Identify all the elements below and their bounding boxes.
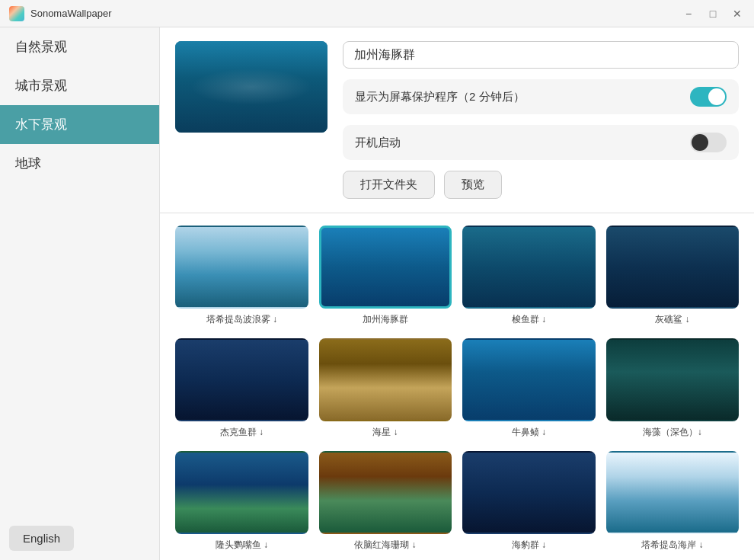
wallpaper-label-item7: 牛鼻鲼 ↓ (512, 426, 546, 439)
wallpaper-item-item11[interactable]: 海豹群 ↓ (462, 451, 596, 552)
wallpaper-thumb-item4 (606, 226, 740, 309)
content-area: 显示为屏幕保护程序（2 分钟后） 开机启动 打开文件夹 预览 (160, 27, 754, 560)
app-icon (9, 6, 24, 21)
wallpaper-thumb-item3 (462, 226, 596, 309)
wallpaper-thumb-item2 (319, 226, 452, 309)
wallpaper-thumb-item7 (462, 338, 596, 421)
screensaver-toggle[interactable] (690, 87, 727, 107)
wallpaper-thumb-item11 (462, 451, 596, 534)
language-button[interactable]: English (9, 526, 74, 551)
wallpaper-thumb-item8 (606, 338, 740, 421)
sidebar-item-underwater[interactable]: 水下景观 (0, 105, 159, 144)
wallpaper-item-item4[interactable]: 灰礁鲨 ↓ (606, 226, 740, 326)
wallpaper-label-item2: 加州海豚群 (363, 313, 408, 326)
wallpaper-label-item6: 海星 ↓ (372, 426, 398, 439)
wallpaper-grid-area: 塔希提岛波浪雾 ↓加州海豚群梭鱼群 ↓灰礁鲨 ↓杰克鱼群 ↓海星 ↓牛鼻鲼 ↓海… (160, 213, 754, 560)
wallpaper-item-item8[interactable]: 海藻（深色）↓ (606, 338, 740, 439)
sidebar: 自然景观城市景观水下景观地球 English (0, 27, 160, 560)
wallpaper-label-item10: 依脑红海珊瑚 ↓ (354, 539, 416, 552)
sidebar-item-city[interactable]: 城市景观 (0, 66, 159, 105)
wallpaper-label-item12: 塔希提岛海岸 ↓ (641, 539, 703, 552)
wallpaper-item-item3[interactable]: 梭鱼群 ↓ (462, 226, 596, 326)
wallpaper-thumb-item9 (175, 451, 308, 534)
screensaver-label: 显示为屏幕保护程序（2 分钟后） (355, 90, 525, 104)
action-buttons: 打开文件夹 预览 (343, 171, 739, 199)
wallpaper-item-item2[interactable]: 加州海豚群 (319, 226, 452, 326)
wallpaper-label-item4: 灰礁鲨 ↓ (655, 313, 689, 326)
wallpaper-item-item12[interactable]: 塔希提岛海岸 ↓ (606, 451, 740, 552)
wallpaper-label-item3: 梭鱼群 ↓ (512, 313, 546, 326)
maximize-button[interactable]: □ (705, 6, 720, 21)
wallpaper-label-item5: 杰克鱼群 ↓ (220, 426, 264, 439)
wallpaper-thumb-item1 (175, 226, 308, 309)
startup-label: 开机启动 (355, 136, 401, 150)
sidebar-item-nature[interactable]: 自然景观 (0, 27, 159, 66)
close-button[interactable]: ✕ (730, 6, 745, 21)
wallpaper-grid: 塔希提岛波浪雾 ↓加州海豚群梭鱼群 ↓灰礁鲨 ↓杰克鱼群 ↓海星 ↓牛鼻鲼 ↓海… (175, 226, 739, 552)
wallpaper-thumb-item5 (175, 338, 308, 421)
app-title: SonomaWallpaper (30, 8, 681, 19)
window-controls: − □ ✕ (681, 6, 745, 21)
preview-thumbnail (175, 41, 327, 133)
wallpaper-item-item1[interactable]: 塔希提岛波浪雾 ↓ (175, 226, 308, 326)
sidebar-nav: 自然景观城市景观水下景观地球 (0, 27, 159, 183)
sidebar-bottom: English (9, 526, 74, 551)
minimize-button[interactable]: − (681, 6, 696, 21)
wallpaper-thumb-item12 (606, 451, 740, 534)
info-panel: 显示为屏幕保护程序（2 分钟后） 开机启动 打开文件夹 预览 (343, 41, 739, 199)
main-area: 自然景观城市景观水下景观地球 English 显示为屏幕保护程序（2 分钟后） (0, 27, 754, 560)
startup-toggle[interactable] (690, 133, 727, 152)
wallpaper-thumb-item10 (319, 451, 452, 534)
titlebar: SonomaWallpaper − □ ✕ (0, 0, 754, 27)
wallpaper-thumb-item6 (319, 338, 452, 421)
wallpaper-item-item10[interactable]: 依脑红海珊瑚 ↓ (319, 451, 452, 552)
wallpaper-label-item1: 塔希提岛波浪雾 ↓ (206, 313, 277, 326)
toggle-knob-screensaver (708, 88, 725, 105)
wallpaper-label-item11: 海豹群 ↓ (512, 539, 546, 552)
preview-button[interactable]: 预览 (444, 171, 502, 199)
wallpaper-title-input[interactable] (343, 41, 739, 69)
wallpaper-item-item9[interactable]: 隆头鹦嘴鱼 ↓ (175, 451, 308, 552)
wallpaper-label-item8: 海藻（深色）↓ (643, 426, 702, 439)
startup-toggle-row: 开机启动 (343, 125, 739, 160)
wallpaper-item-item7[interactable]: 牛鼻鲼 ↓ (462, 338, 596, 439)
open-folder-button[interactable]: 打开文件夹 (343, 171, 435, 199)
toggle-knob-startup (692, 134, 708, 151)
wallpaper-item-item5[interactable]: 杰克鱼群 ↓ (175, 338, 308, 439)
screensaver-toggle-row: 显示为屏幕保护程序（2 分钟后） (343, 79, 739, 114)
top-panel: 显示为屏幕保护程序（2 分钟后） 开机启动 打开文件夹 预览 (160, 27, 754, 213)
preview-ocean-scene (175, 41, 327, 133)
wallpaper-label-item9: 隆头鹦嘴鱼 ↓ (216, 539, 268, 552)
sidebar-item-earth[interactable]: 地球 (0, 144, 159, 183)
wallpaper-item-item6[interactable]: 海星 ↓ (319, 338, 452, 439)
